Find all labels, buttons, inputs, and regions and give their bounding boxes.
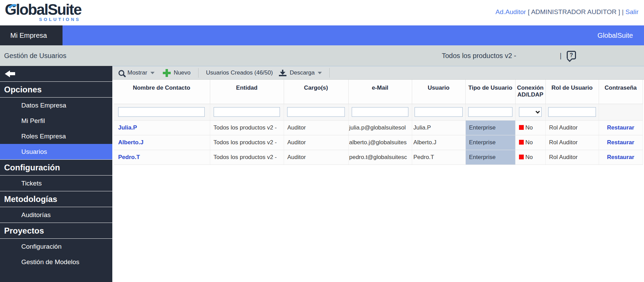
page-context-bar: Gestión de Usuarios Todos los productos … <box>0 45 644 66</box>
table-row: Julia.P Todos los productos v2 - Auditor… <box>113 120 643 135</box>
col-contrasena: Contraseña <box>599 80 643 104</box>
toolbar-divider <box>329 68 330 78</box>
sidebar-item-datos-empresa[interactable]: Datos Empresa <box>0 98 112 113</box>
tipo-usuario-cell: Enterprise <box>465 135 515 150</box>
conexion-cell: No <box>515 120 545 135</box>
col-cargos: Cargo(s) <box>284 80 348 104</box>
tab-mi-empresa[interactable]: Mi Empresa <box>0 25 63 45</box>
table-row: Alberto.J Todos los productos v2 - Audit… <box>113 135 643 150</box>
cargo-cell: Auditor <box>284 150 348 165</box>
sidebar-item-auditorias[interactable]: Auditorías <box>0 207 112 223</box>
filter-input-rol[interactable] <box>548 107 596 117</box>
sidebar-item-roles-empresa[interactable]: Roles Empresa <box>0 128 112 144</box>
user-name-link[interactable]: Ad.Auditor <box>496 8 526 15</box>
usuario-cell: Pedro.T <box>412 150 465 165</box>
email-cell: julia.p@globalsuitesol <box>348 120 412 135</box>
mostrar-label: Mostrar <box>127 69 147 76</box>
sidebar-section-metodologias: Metodologías <box>0 191 112 207</box>
entidad-cell: Todos los productos v2 - <box>210 150 284 165</box>
content-region: Mostrar Nuevo Usuarios Creados (46/50) D… <box>112 66 644 282</box>
email-cell: pedro.t@globalsuitesc <box>348 150 412 165</box>
caret-down-icon <box>318 72 322 74</box>
sidebar-section-configuracion: Configuración <box>0 159 112 176</box>
users-table: Nombre de Contacto Entidad Cargo(s) e-Ma… <box>113 80 643 165</box>
page-title: Gestión de Usuarios <box>4 45 66 66</box>
download-icon <box>279 70 286 76</box>
nuevo-button[interactable]: Nuevo <box>163 69 191 77</box>
filter-input-entidad[interactable] <box>214 107 280 117</box>
user-session-info: Ad.Auditor [ ADMINISTRADOR AUDITOR ] | S… <box>496 8 639 16</box>
conexion-cell: No <box>515 150 545 165</box>
sidebar-section-opciones: Opciones <box>0 81 112 98</box>
brand-label: GlobalSuite <box>598 25 633 45</box>
cargo-cell: Auditor <box>284 135 348 150</box>
filter-input-tipo[interactable] <box>468 107 513 117</box>
filter-input-usuario[interactable] <box>415 107 463 117</box>
mostrar-button[interactable]: Mostrar <box>118 69 155 76</box>
session-divider: | <box>622 8 624 15</box>
conexion-cell: No <box>515 135 545 150</box>
sidebar-item-tickets[interactable]: Tickets <box>0 176 112 191</box>
entidad-cell: Todos los productos v2 - <box>210 120 284 135</box>
sidebar: Opciones Datos Empresa Mi Perfil Roles E… <box>0 66 112 282</box>
cargo-cell: Auditor <box>284 120 348 135</box>
red-status-icon <box>519 140 524 145</box>
app-header: GlobalSuite SOLUTIONS Ad.Auditor [ ADMIN… <box>0 0 644 25</box>
toolbar-divider <box>198 68 199 78</box>
nuevo-label: Nuevo <box>174 69 191 76</box>
col-usuario: Usuario <box>412 80 465 104</box>
rol-cell: Rol Auditor <box>545 120 599 135</box>
sidebar-item-mi-perfil[interactable]: Mi Perfil <box>0 113 112 128</box>
entidad-cell: Todos los productos v2 - <box>210 135 284 150</box>
sidebar-section-proyectos: Proyectos <box>0 223 112 239</box>
tipo-usuario-cell: Enterprise <box>465 150 515 165</box>
filter-select-conexion[interactable] <box>519 107 542 117</box>
plus-icon <box>163 69 171 77</box>
help-icon[interactable]: ? <box>567 51 576 59</box>
main-region: Opciones Datos Empresa Mi Perfil Roles E… <box>0 66 644 282</box>
primary-nav-bar: Mi Empresa GlobalSuite <box>0 25 644 45</box>
user-link[interactable]: Alberto.J <box>118 139 144 146</box>
table-header-row: Nombre de Contacto Entidad Cargo(s) e-Ma… <box>113 80 643 104</box>
col-conexion-adldap: Conexión AD/LDAP <box>515 80 545 104</box>
product-context-label: Todos los productos v2 - <box>442 45 516 66</box>
conexion-value: No <box>526 139 533 146</box>
col-nombre-contacto: Nombre de Contacto <box>113 80 210 104</box>
usuarios-creados-counter: Usuarios Creados (46/50) <box>206 69 273 76</box>
filter-input-cargo[interactable] <box>287 107 345 117</box>
caret-down-icon <box>150 72 155 74</box>
usuario-cell: Alberto.J <box>412 135 465 150</box>
descarga-button[interactable]: Descarga <box>279 69 322 76</box>
chevron-down-icon <box>535 109 540 114</box>
globalsuite-logo: GlobalSuite SOLUTIONS <box>5 1 81 22</box>
conexion-value: No <box>526 124 533 131</box>
restaurar-link[interactable]: Restaurar <box>607 154 634 160</box>
filter-row <box>113 104 643 120</box>
rol-cell: Rol Auditor <box>545 150 599 165</box>
conexion-value: No <box>526 154 533 160</box>
red-status-icon <box>519 125 524 130</box>
back-arrow-icon <box>5 70 15 77</box>
sidebar-item-gestion-modelos[interactable]: Gestión de Modelos <box>0 254 112 270</box>
context-divider: | <box>560 45 562 66</box>
user-link[interactable]: Julia.P <box>118 124 137 131</box>
user-role-label: [ ADMINISTRADOR AUDITOR ] <box>528 8 620 15</box>
sidebar-item-configuracion[interactable]: Configuración <box>0 239 112 254</box>
col-rol-usuario: Rol de Usuario <box>545 80 599 104</box>
descarga-label: Descarga <box>290 69 315 76</box>
col-entidad: Entidad <box>210 80 284 104</box>
restaurar-link[interactable]: Restaurar <box>607 124 634 131</box>
filter-input-nombre[interactable] <box>118 107 205 117</box>
logout-link[interactable]: Salir <box>625 8 639 15</box>
table-row: Pedro.T Todos los productos v2 - Auditor… <box>113 150 643 165</box>
users-toolbar: Mostrar Nuevo Usuarios Creados (46/50) D… <box>112 66 644 80</box>
filter-input-email[interactable] <box>352 107 409 117</box>
search-icon <box>118 70 124 76</box>
col-tipo-usuario: Tipo de Usuario <box>465 80 515 104</box>
restaurar-link[interactable]: Restaurar <box>607 139 634 146</box>
sidebar-item-usuarios[interactable]: Usuarios <box>0 144 112 159</box>
user-link[interactable]: Pedro.T <box>118 154 140 160</box>
sidebar-collapse-button[interactable] <box>0 66 112 81</box>
tipo-usuario-cell: Enterprise <box>465 120 515 135</box>
red-status-icon <box>519 155 524 159</box>
